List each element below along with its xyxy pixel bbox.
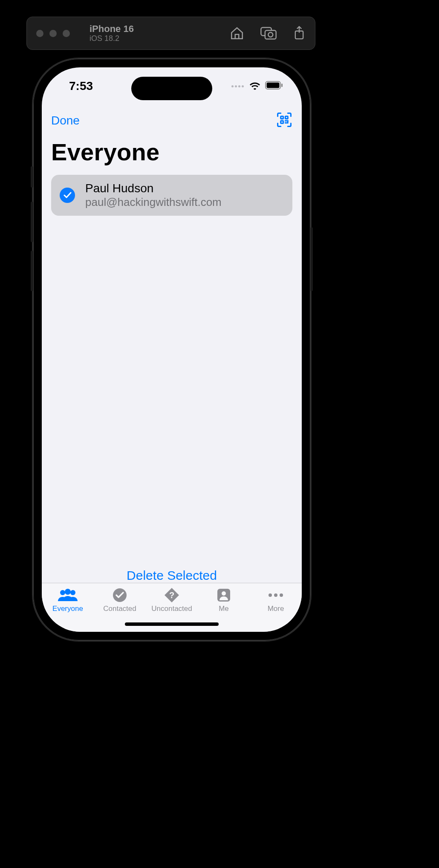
device-name: iPhone 16 [90, 23, 134, 34]
simulator-title: iPhone 16 iOS 18.2 [90, 23, 134, 43]
share-icon[interactable] [293, 26, 306, 41]
question-icon: ? [164, 587, 179, 603]
svg-rect-7 [281, 116, 283, 119]
contact-email: paul@hackingwithswift.com [85, 196, 222, 209]
page-title: Everyone [51, 138, 292, 166]
status-time: 7:53 [69, 79, 93, 93]
battery-icon [265, 81, 283, 91]
ellipsis-icon [267, 587, 284, 603]
done-button[interactable]: Done [51, 114, 80, 127]
minimize-window-button[interactable] [49, 30, 57, 37]
close-window-button[interactable] [36, 30, 43, 37]
zoom-window-button[interactable] [63, 30, 70, 37]
svg-rect-5 [267, 83, 280, 88]
svg-point-17 [269, 593, 272, 597]
svg-rect-8 [285, 116, 288, 119]
selection-check-icon[interactable] [60, 188, 75, 203]
qr-scan-button[interactable] [276, 112, 292, 130]
tab-label: Me [219, 605, 229, 613]
volume-up-button [31, 202, 33, 242]
ringer-switch [31, 166, 33, 188]
svg-rect-6 [281, 84, 283, 87]
wifi-icon [249, 81, 261, 92]
svg-point-11 [65, 589, 71, 595]
svg-text:?: ? [169, 590, 174, 600]
delete-selected-button[interactable]: Delete Selected [127, 568, 217, 582]
svg-point-18 [274, 593, 277, 597]
simulator-toolbar: iPhone 16 iOS 18.2 [26, 17, 315, 50]
navigation-bar: Done Everyone [42, 105, 302, 166]
cellular-icon [231, 85, 244, 87]
tab-more[interactable]: More [250, 587, 302, 632]
svg-rect-9 [281, 121, 283, 123]
tab-everyone[interactable]: Everyone [42, 587, 94, 632]
dynamic-island [131, 77, 212, 100]
home-indicator[interactable] [125, 622, 219, 626]
tab-label: More [268, 605, 284, 613]
checkmark-icon [113, 587, 127, 603]
home-icon[interactable] [230, 26, 244, 41]
person-icon [217, 587, 231, 603]
bottom-toolbar: Delete Selected [42, 568, 302, 583]
svg-point-10 [60, 590, 65, 595]
contact-name: Paul Hudson [85, 182, 222, 195]
tab-label: Everyone [52, 605, 83, 613]
list-item[interactable]: Paul Hudson paul@hackingwithswift.com [51, 175, 292, 216]
os-version: iOS 18.2 [90, 34, 134, 43]
svg-point-19 [280, 593, 283, 597]
people-icon [57, 587, 78, 603]
list-item-text: Paul Hudson paul@hackingwithswift.com [85, 182, 222, 209]
device-frame: 7:53 Done [32, 58, 312, 642]
contact-list: Paul Hudson paul@hackingwithswift.com [51, 175, 292, 216]
screenshot-icon[interactable] [260, 26, 277, 40]
volume-down-button [31, 251, 33, 291]
side-button [310, 227, 313, 291]
svg-rect-1 [265, 30, 276, 39]
svg-point-12 [70, 590, 75, 595]
tab-label: Uncontacted [151, 605, 192, 613]
svg-point-16 [222, 591, 226, 596]
screen: 7:53 Done [42, 67, 302, 632]
window-traffic-lights[interactable] [36, 30, 70, 37]
tab-label: Contacted [103, 605, 136, 613]
